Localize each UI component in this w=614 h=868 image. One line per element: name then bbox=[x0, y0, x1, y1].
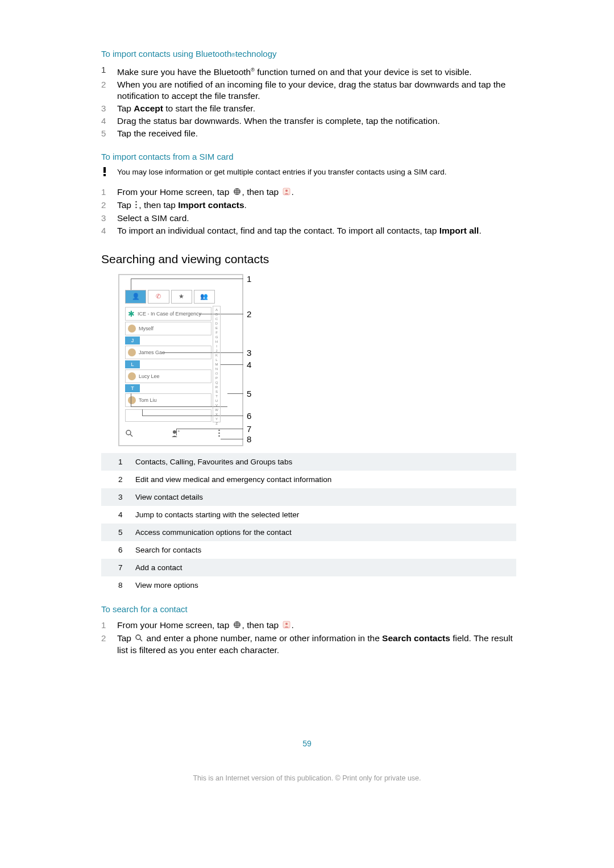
alpha-index: ABCDEFGHIJKLMNOPQRSTUVWXYZ bbox=[213, 306, 221, 422]
menu-icon bbox=[135, 200, 138, 211]
footer-text: This is an Internet version of this publ… bbox=[0, 774, 614, 782]
svg-point-23 bbox=[218, 435, 220, 437]
svg-point-8 bbox=[238, 191, 239, 192]
legend-row: 1Contacts, Calling, Favourites and Group… bbox=[101, 453, 516, 471]
section-heading: Searching and viewing contacts bbox=[101, 252, 516, 266]
step-text: Make sure you have the Bluetooth® functi… bbox=[117, 64, 472, 78]
warning-text: You may lose information or get multiple… bbox=[117, 167, 447, 177]
heading-bluetooth: To import contacts using Bluetooth® tech… bbox=[101, 49, 516, 59]
heading-sim: To import contacts from a SIM card bbox=[101, 152, 516, 161]
add-contact-icon: + bbox=[171, 429, 180, 439]
legend-row: 3View contact details bbox=[101, 488, 516, 506]
avatar bbox=[128, 348, 136, 356]
contacts-icon bbox=[283, 187, 291, 198]
diagram-label: 6 bbox=[247, 411, 251, 421]
diagram-label: 8 bbox=[247, 434, 251, 444]
contact-name: James Gao bbox=[139, 350, 165, 355]
warning-row: You may lose information or get multiple… bbox=[101, 167, 516, 177]
avatar bbox=[128, 325, 136, 333]
svg-point-29 bbox=[237, 624, 238, 625]
svg-point-26 bbox=[237, 622, 238, 624]
legend-table: 1Contacts, Calling, Favourites and Group… bbox=[101, 453, 516, 594]
svg-point-13 bbox=[285, 190, 288, 192]
contacts-icon bbox=[283, 620, 291, 632]
diagram-label: 7 bbox=[247, 424, 251, 434]
step-text: When you are notified of an incoming fil… bbox=[117, 79, 516, 102]
svg-text:+: + bbox=[177, 429, 180, 434]
svg-point-28 bbox=[235, 624, 236, 625]
tab-groups-icon: 👥 bbox=[194, 290, 215, 304]
svg-point-22 bbox=[218, 433, 220, 434]
page-number: 59 bbox=[0, 739, 614, 748]
svg-line-37 bbox=[140, 639, 142, 641]
svg-point-35 bbox=[285, 622, 288, 625]
search-icon bbox=[135, 633, 143, 645]
svg-point-7 bbox=[237, 191, 238, 192]
step-text: Tap , then tap Import contacts. bbox=[117, 200, 247, 211]
tab-favourites-icon: ★ bbox=[171, 290, 192, 304]
legend-row: 8View more options bbox=[101, 576, 516, 594]
tab-calling-icon: ✆ bbox=[148, 290, 169, 304]
step-text: Tap the received file. bbox=[117, 128, 198, 139]
contact-name: Lucy Lee bbox=[139, 373, 160, 379]
avatar bbox=[128, 372, 136, 380]
apps-icon bbox=[233, 187, 241, 198]
svg-point-5 bbox=[238, 189, 239, 190]
svg-point-9 bbox=[235, 193, 236, 194]
diagram-label: 5 bbox=[247, 389, 251, 398]
letter-header: T bbox=[125, 384, 140, 392]
svg-point-32 bbox=[237, 626, 238, 627]
svg-point-33 bbox=[238, 626, 239, 627]
svg-point-31 bbox=[235, 626, 236, 627]
steps-bluetooth: 1Make sure you have the Bluetooth® funct… bbox=[101, 64, 516, 139]
letter-header: J bbox=[125, 337, 140, 344]
step-text: Drag the status bar downwards. When the … bbox=[117, 115, 440, 127]
legend-row: 4Jump to contacts starting with the sele… bbox=[101, 506, 516, 524]
diagram-label: 4 bbox=[247, 360, 251, 369]
step-text: To import an individual contact, find an… bbox=[117, 225, 482, 236]
svg-point-6 bbox=[235, 191, 236, 192]
more-icon bbox=[218, 429, 221, 439]
svg-point-25 bbox=[235, 622, 236, 624]
svg-point-30 bbox=[238, 624, 239, 625]
legend-row: 2Edit and view medical and emergency con… bbox=[101, 471, 516, 488]
ice-label: ICE - In Case of Emergency bbox=[138, 311, 201, 317]
step-text: Tap Accept to start the file transfer. bbox=[117, 103, 255, 114]
steps-sim: 1From your Home screen, tap , then tap .… bbox=[101, 186, 516, 236]
diagram-label: 1 bbox=[247, 274, 251, 284]
svg-point-36 bbox=[136, 635, 140, 639]
svg-point-21 bbox=[218, 430, 220, 431]
svg-point-10 bbox=[237, 193, 238, 194]
ice-icon: ✱ bbox=[128, 309, 135, 318]
svg-rect-1 bbox=[103, 174, 106, 176]
svg-point-15 bbox=[136, 204, 138, 206]
svg-rect-0 bbox=[103, 167, 106, 173]
diagram-label: 3 bbox=[247, 348, 251, 358]
svg-point-27 bbox=[238, 622, 239, 624]
svg-point-19 bbox=[173, 430, 176, 434]
svg-point-17 bbox=[126, 430, 131, 435]
warning-icon bbox=[101, 167, 117, 177]
step-text: From your Home screen, tap , then tap . bbox=[117, 620, 294, 632]
svg-line-18 bbox=[130, 434, 132, 437]
contacts-diagram: 👤 ✆ ★ 👥 ✱ ICE - In Case of Emergency Mys… bbox=[118, 274, 243, 446]
apps-icon bbox=[233, 620, 241, 632]
legend-row: 7Add a contact bbox=[101, 559, 516, 576]
step-text: From your Home screen, tap , then tap . bbox=[117, 186, 294, 198]
svg-point-4 bbox=[237, 189, 238, 190]
search-icon bbox=[125, 429, 133, 439]
steps-search: 1From your Home screen, tap , then tap .… bbox=[101, 620, 516, 656]
step-text: Select a SIM card. bbox=[117, 213, 189, 224]
svg-point-3 bbox=[235, 189, 236, 190]
legend-row: 6Search for contacts bbox=[101, 541, 516, 559]
svg-point-16 bbox=[136, 207, 138, 209]
heading-search: To search for a contact bbox=[101, 604, 516, 614]
legend-row: 5Access communication options for the co… bbox=[101, 524, 516, 541]
svg-point-11 bbox=[238, 193, 239, 194]
svg-point-14 bbox=[136, 201, 138, 203]
tab-contacts-icon: 👤 bbox=[125, 290, 146, 304]
diagram-label: 2 bbox=[247, 309, 251, 319]
myself-label: Myself bbox=[139, 326, 154, 331]
step-text: Tap and enter a phone number, name or ot… bbox=[117, 633, 516, 656]
letter-header: L bbox=[125, 360, 140, 368]
